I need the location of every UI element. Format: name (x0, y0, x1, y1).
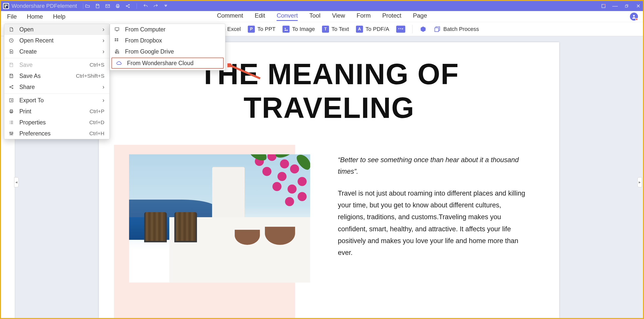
svg-point-12 (633, 15, 635, 17)
chevron-right-icon: › (102, 26, 104, 33)
app-title: Wondershare PDFelement (12, 3, 77, 9)
clock-icon (8, 37, 14, 43)
tab-convert[interactable]: Convert (277, 12, 298, 21)
right-panel-toggle[interactable]: ▸ (637, 177, 642, 187)
tab-form[interactable]: Form (356, 12, 371, 21)
svg-rect-17 (435, 28, 439, 31)
more-convert-button[interactable] (396, 26, 405, 33)
app-logo-icon (3, 3, 9, 9)
file-menu-save-as[interactable]: Save As Ctrl+Shift+S (4, 70, 109, 81)
notification-dot-icon (635, 18, 638, 21)
open-from-dropbox[interactable]: From Dropbox (110, 35, 225, 46)
svg-rect-11 (625, 5, 627, 7)
file-menu-properties[interactable]: Properties Ctrl+D (4, 117, 109, 128)
tab-comment[interactable]: Comment (217, 12, 243, 21)
toolbar-separator (412, 25, 413, 33)
file-menu-create[interactable]: Create › (4, 46, 109, 57)
to-pdfa-label: To PDF/A (366, 26, 389, 32)
undo-icon[interactable] (143, 3, 148, 9)
export-icon (8, 97, 14, 103)
minimize-button[interactable]: — (612, 3, 618, 9)
pdfa-icon: A (356, 26, 363, 33)
svg-rect-9 (165, 5, 167, 5)
left-panel-toggle[interactable]: ◂ (14, 177, 19, 187)
document-page[interactable]: THE MEANING OF TRAVELING (99, 42, 559, 318)
svg-point-8 (129, 7, 129, 8)
body-paragraph: Travel is not just about roaming into di… (338, 188, 529, 259)
tab-view[interactable]: View (332, 12, 345, 21)
file-menu-save: Save Ctrl+S (4, 59, 109, 70)
to-text-button[interactable]: T To Text (322, 26, 349, 33)
customize-qat-icon[interactable] (163, 3, 169, 9)
print-icon[interactable] (115, 3, 120, 9)
batch-process-label: Batch Process (443, 26, 479, 32)
tab-tool[interactable]: Tool (309, 12, 320, 21)
batch-icon (434, 26, 441, 33)
file-menu-preferences[interactable]: Preferences Ctrl+H (4, 128, 109, 139)
file-menu-open-recent[interactable]: Open Recent › (4, 35, 109, 46)
to-text-label: To Text (332, 26, 349, 32)
save-as-icon (8, 73, 14, 79)
to-ppt-button[interactable]: P To PPT (248, 26, 275, 33)
open-from-google-drive[interactable]: From Google Drive (110, 46, 225, 57)
svg-rect-0 (4, 4, 8, 8)
svg-point-27 (12, 133, 13, 133)
cloud-icon (116, 60, 122, 66)
title-bar: Wondershare PDFelement — ✕ (1, 1, 643, 11)
user-avatar[interactable] (630, 13, 638, 21)
file-menu: Open › Open Recent › Create › Save Ctrl+… (4, 24, 110, 139)
open-from-wondershare-cloud[interactable]: From Wondershare Cloud (111, 58, 224, 69)
file-menu-print[interactable]: Print Ctrl+P (4, 106, 109, 117)
dropbox-icon (114, 37, 120, 43)
close-button[interactable]: ✕ (635, 3, 641, 9)
svg-point-13 (285, 28, 286, 29)
separator (83, 3, 83, 9)
svg-point-26 (11, 134, 12, 135)
separator (137, 3, 137, 9)
menu-home[interactable]: Home (27, 13, 43, 20)
svg-rect-28 (115, 28, 119, 30)
chevron-right-icon: › (102, 48, 104, 55)
file-menu-export-to[interactable]: Export To › (4, 95, 109, 106)
print-icon (8, 108, 14, 114)
svg-point-14 (398, 28, 399, 29)
image-icon (283, 26, 290, 33)
svg-point-20 (12, 85, 13, 86)
menu-separator (4, 94, 109, 94)
svg-point-19 (10, 86, 10, 87)
list-icon (8, 119, 14, 125)
file-menu-open[interactable]: Open › (4, 24, 109, 35)
redo-icon[interactable] (153, 3, 158, 9)
document-icon (8, 26, 14, 32)
batch-process-button[interactable]: Batch Process (434, 26, 479, 33)
maximize-button[interactable] (624, 3, 629, 9)
open-submenu: From Computer From Dropbox From Google D… (110, 24, 225, 70)
share-icon[interactable] (125, 3, 131, 9)
svg-rect-1 (5, 5, 6, 8)
chevron-right-icon: › (102, 37, 104, 44)
tab-page[interactable]: Page (413, 12, 427, 21)
svg-rect-2 (6, 5, 8, 6)
convert-settings-button[interactable] (420, 26, 427, 33)
file-menu-share[interactable]: Share › (4, 81, 109, 93)
tab-protect[interactable]: Protect (382, 12, 401, 21)
to-image-button[interactable]: To Image (283, 26, 315, 33)
svg-point-25 (10, 132, 10, 133)
tab-edit[interactable]: Edit (255, 12, 265, 21)
to-pdfa-button[interactable]: A To PDF/A (356, 26, 389, 33)
open-from-computer[interactable]: From Computer (110, 24, 225, 35)
ppt-icon: P (248, 26, 255, 33)
hero-photo (129, 154, 310, 283)
menu-help[interactable]: Help (53, 13, 65, 20)
save-icon (8, 62, 14, 68)
screenshot-button-icon[interactable] (601, 3, 606, 9)
to-image-label: To Image (292, 26, 315, 32)
svg-point-6 (126, 6, 127, 6)
menu-file[interactable]: File (7, 13, 17, 20)
new-document-icon (8, 49, 14, 55)
save-icon[interactable] (95, 3, 100, 9)
mail-icon[interactable] (105, 3, 110, 9)
open-folder-icon[interactable] (85, 3, 90, 9)
hexagon-settings-icon (420, 26, 427, 33)
pull-quote: “Better to see something once than hear … (338, 154, 529, 177)
